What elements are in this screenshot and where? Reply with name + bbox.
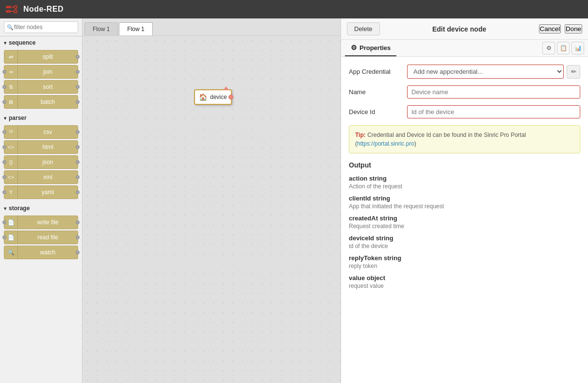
section-label: storage bbox=[9, 205, 30, 212]
delete-button[interactable]: Delete bbox=[347, 22, 380, 35]
app-title: Node-RED bbox=[23, 5, 64, 14]
node-item-csv[interactable]: ¹²csv bbox=[4, 125, 78, 139]
panel-actions: Delete bbox=[347, 22, 380, 35]
app-credential-row: App Credential Add new appcredential... … bbox=[349, 65, 580, 79]
output-item: clientId stringApp that initiated the re… bbox=[349, 195, 580, 210]
output-key: deviceId string bbox=[349, 234, 580, 242]
done-button[interactable]: Done bbox=[565, 24, 582, 33]
node-icon-html: <> bbox=[4, 140, 18, 154]
node-port-right bbox=[76, 55, 80, 59]
output-desc: id of the device bbox=[349, 243, 580, 250]
sidebar-scroll: ▾sequence⇌split⇒join⇅sort⊞batch▾parser¹²… bbox=[0, 36, 82, 383]
output-key: createdAt string bbox=[349, 215, 580, 222]
panel-tabs: ⚙ Properties ⚙ 📋 📊 bbox=[341, 40, 588, 57]
chevron-icon: ▾ bbox=[4, 206, 6, 211]
output-item: replyToken stringreply token bbox=[349, 254, 580, 269]
node-port-right bbox=[76, 85, 80, 89]
device-id-input[interactable] bbox=[407, 105, 580, 118]
app-credential-select[interactable]: Add new appcredential... bbox=[407, 65, 564, 79]
output-title: Output bbox=[349, 161, 580, 169]
tab-properties-label: Properties bbox=[359, 44, 391, 51]
node-item-json[interactable]: {}json bbox=[4, 155, 78, 169]
node-item-read-file[interactable]: 📄read file bbox=[4, 231, 78, 244]
node-output-port[interactable] bbox=[229, 95, 233, 100]
node-item-sort[interactable]: ⇅sort bbox=[4, 80, 78, 94]
sidebar-section-storage[interactable]: ▾storage bbox=[0, 202, 82, 215]
filter-nodes-input[interactable] bbox=[4, 21, 78, 33]
chevron-icon: ▾ bbox=[4, 40, 6, 46]
node-label-xml: xml bbox=[18, 174, 78, 181]
tab-icon-gear[interactable]: ⚙ bbox=[542, 42, 555, 54]
device-id-control bbox=[407, 105, 580, 118]
chevron-icon: ▾ bbox=[4, 116, 6, 121]
node-item-watch[interactable]: 🔍watch bbox=[4, 246, 78, 259]
node-item-html[interactable]: <>html bbox=[4, 140, 78, 154]
node-port-right bbox=[76, 190, 80, 194]
node-label-write-file: write file bbox=[18, 219, 78, 226]
node-port-left bbox=[2, 145, 6, 149]
section-nodes-storage: 📄write file📄read file🔍watch bbox=[0, 215, 82, 262]
node-icon-batch: ⊞ bbox=[4, 95, 18, 109]
node-port-left bbox=[2, 235, 6, 239]
node-icon-write-file: 📄 bbox=[4, 216, 18, 229]
main-layout: 🔍 ▾sequence⇌split⇒join⇅sort⊞batch▾parser… bbox=[0, 18, 588, 383]
node-port-right bbox=[76, 100, 80, 104]
svg-point-4 bbox=[14, 6, 17, 9]
app-credential-control: Add new appcredential... ✏ bbox=[407, 65, 580, 79]
node-item-xml[interactable]: <>xml bbox=[4, 170, 78, 184]
tab-icon-chart[interactable]: 📊 bbox=[572, 42, 584, 54]
node-label-yaml: yaml bbox=[18, 189, 78, 196]
node-port-right bbox=[76, 70, 80, 74]
node-port-left bbox=[2, 85, 6, 89]
node-icon-watch: 🔍 bbox=[4, 246, 18, 259]
sidebar-section-parser[interactable]: ▾parser bbox=[0, 112, 82, 124]
node-item-split[interactable]: ⇌split bbox=[4, 50, 78, 64]
node-port-left bbox=[2, 160, 6, 164]
sidebar-section-sequence[interactable]: ▾sequence bbox=[0, 36, 82, 49]
section-nodes-sequence: ⇌split⇒join⇅sort⊞batch bbox=[0, 49, 82, 112]
canvas-tab-0[interactable]: Flow 1 bbox=[84, 22, 118, 35]
node-icon-join: ⇒ bbox=[4, 65, 18, 79]
node-icon-sort: ⇅ bbox=[4, 80, 18, 94]
logo-icon bbox=[6, 4, 19, 14]
node-item-batch[interactable]: ⊞batch bbox=[4, 95, 78, 109]
svg-point-5 bbox=[14, 10, 17, 13]
search-icon: 🔍 bbox=[7, 24, 14, 31]
node-port-right bbox=[76, 160, 80, 164]
name-input[interactable] bbox=[407, 85, 580, 99]
app-credential-edit-btn[interactable]: ✏ bbox=[567, 65, 580, 79]
node-port-left bbox=[2, 130, 6, 134]
name-label: Name bbox=[349, 88, 407, 96]
node-label-watch: watch bbox=[18, 249, 78, 256]
output-items-container: action stringAction of the requestclient… bbox=[349, 175, 580, 289]
node-icon-split: ⇌ bbox=[4, 50, 18, 64]
node-icon-xml: <> bbox=[4, 170, 18, 184]
node-item-join[interactable]: ⇒join bbox=[4, 65, 78, 79]
node-port-right bbox=[76, 235, 80, 239]
node-port-left bbox=[2, 190, 6, 194]
canvas-tab-1[interactable]: Flow 1 bbox=[119, 22, 152, 35]
output-item: value objectrequest value bbox=[349, 274, 580, 289]
node-item-yaml[interactable]: Yyaml bbox=[4, 185, 78, 199]
output-item: deviceId stringid of the device bbox=[349, 234, 580, 250]
node-item-write-file[interactable]: 📄write file bbox=[4, 216, 78, 229]
node-port-right bbox=[76, 145, 80, 149]
panel-header: Delete Edit device node Cancel Done bbox=[341, 18, 588, 40]
canvas-area: Flow 1Flow 1 🏠 device bbox=[82, 18, 341, 383]
section-nodes-parser: ¹²csv<>html{}json<>xmlYyaml bbox=[0, 124, 82, 202]
canvas[interactable]: 🏠 device bbox=[82, 36, 341, 383]
tab-properties[interactable]: ⚙ Properties bbox=[345, 40, 396, 56]
node-label-sort: sort bbox=[18, 83, 78, 90]
canvas-device-node[interactable]: 🏠 device bbox=[194, 89, 232, 105]
tab-icon-doc[interactable]: 📋 bbox=[557, 42, 570, 54]
svg-rect-1 bbox=[6, 10, 11, 13]
node-icon-yaml: Y bbox=[4, 185, 18, 199]
right-panel: Delete Edit device node Cancel Done ⚙ Pr… bbox=[341, 18, 588, 383]
node-label-csv: csv bbox=[18, 129, 78, 135]
sidebar: 🔍 ▾sequence⇌split⇒join⇅sort⊞batch▾parser… bbox=[0, 18, 82, 383]
cancel-button[interactable]: Cancel bbox=[539, 24, 561, 33]
output-item: createdAt stringRequest created time bbox=[349, 215, 580, 230]
tip-link[interactable]: https://portal.sinric.pro bbox=[357, 140, 414, 147]
section-label: parser bbox=[9, 115, 27, 121]
section-label: sequence bbox=[9, 39, 35, 46]
